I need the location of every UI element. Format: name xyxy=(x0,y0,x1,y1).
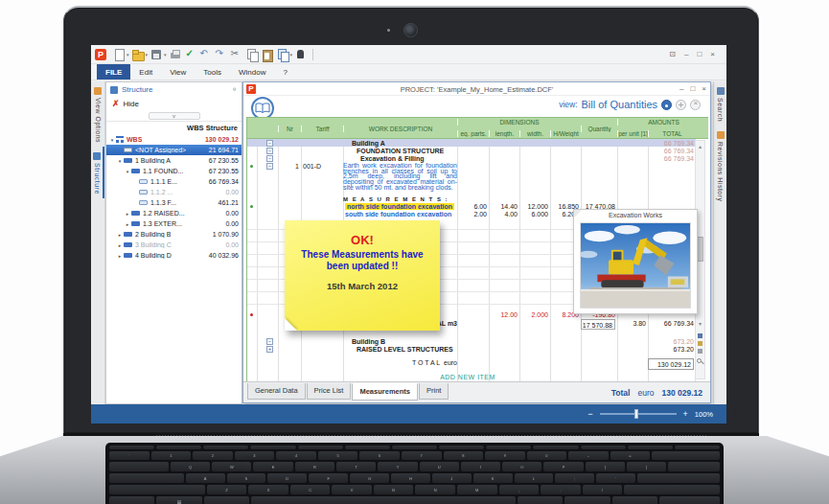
meas-eq-parts[interactable]: 2.00 xyxy=(457,211,487,218)
wbs-tree-item[interactable]: ▸2 Building B1 070.90 xyxy=(106,229,242,240)
table-row[interactable]: − Building A 66 769.34 xyxy=(247,139,696,147)
ribbon-options-icon[interactable]: ⊡ xyxy=(669,50,676,58)
col-work-description[interactable]: WORK DESCRIPTION xyxy=(343,126,457,132)
collapse-chevron-button[interactable]: v xyxy=(149,112,200,120)
col-per-unit[interactable]: per unit [1] xyxy=(617,130,648,137)
collapse-box-icon[interactable]: − xyxy=(266,338,273,345)
tab-measurements[interactable]: Measurements xyxy=(352,383,418,401)
view-eye-icon[interactable] xyxy=(661,100,672,110)
redo-icon[interactable] xyxy=(216,49,227,60)
tab-price-list[interactable]: Price List xyxy=(307,383,352,400)
item-description[interactable]: Earth work excavation for foundation tre… xyxy=(343,163,457,191)
wbs-tree-item[interactable]: ▸4 Building D40 032.96 xyxy=(106,250,242,261)
zoom-slider[interactable] xyxy=(600,413,677,415)
tree-chevron-icon[interactable]: ▸ xyxy=(124,211,131,217)
tree-chevron-icon[interactable]: ▸ xyxy=(116,253,124,259)
col-tariff[interactable]: Tariff xyxy=(301,126,343,132)
save-dropdown-icon[interactable]: ▾ xyxy=(164,52,167,57)
tab-print[interactable]: Print xyxy=(419,383,449,400)
col-eq-parts[interactable]: eq. parts. xyxy=(457,130,489,137)
tree-chevron-icon[interactable]: ▸ xyxy=(116,232,124,238)
collapse-box-icon[interactable]: − xyxy=(266,163,273,170)
zoom-slider-thumb[interactable] xyxy=(634,409,638,419)
menu-tools[interactable]: Tools xyxy=(195,64,230,80)
copy-icon[interactable] xyxy=(246,49,258,60)
tab-general-data[interactable]: General Data xyxy=(247,383,306,400)
wbs-tree-item[interactable]: ▸1.3 EXTER...0.00 xyxy=(106,218,242,229)
table-row[interactable]: − FOUNDATION STRUCTURE 66 769.34 xyxy=(247,147,696,154)
menu-edit[interactable]: Edit xyxy=(130,64,161,80)
wbs-tree-item[interactable]: 1.1.3 F...461.21 xyxy=(106,197,242,208)
col-width[interactable]: width. xyxy=(519,130,550,137)
table-row[interactable]: − Excavation & Filling 66 769.34 xyxy=(247,154,696,162)
expand-box-icon[interactable]: + xyxy=(266,346,273,353)
maximize-icon[interactable]: □ xyxy=(690,84,695,93)
open-folder-dropdown-icon[interactable]: ▾ xyxy=(146,52,149,57)
copy-special-dropdown-icon[interactable]: ▾ xyxy=(290,52,293,57)
deduction-length[interactable]: 12.00 xyxy=(489,311,518,318)
tree-chevron-icon[interactable]: ▸ xyxy=(124,221,131,227)
collapse-box-icon[interactable]: − xyxy=(266,148,273,154)
print-icon[interactable] xyxy=(170,49,181,60)
table-row[interactable]: + RAISED LEVEL STRUCTURES 673.20 xyxy=(247,345,696,353)
pin-icon[interactable]: ⚬ xyxy=(231,85,238,94)
measurement-label[interactable]: south side foundation excavation xyxy=(345,211,451,218)
wbs-tree-item[interactable]: 1.1.2 ...0.00 xyxy=(106,187,242,197)
tab-structure[interactable]: Structure xyxy=(91,147,104,198)
maximize-icon[interactable]: □ xyxy=(697,50,702,58)
tab-view-options[interactable]: View Options xyxy=(91,81,104,147)
menu-view[interactable]: View xyxy=(161,64,195,80)
scroll-down-icon[interactable]: ▾ xyxy=(695,320,705,327)
magnifier-icon[interactable] xyxy=(697,358,702,363)
tab-revisions-history[interactable]: Revisions History xyxy=(714,126,726,206)
menu-window[interactable]: Window xyxy=(230,64,274,80)
side-tool-icon[interactable] xyxy=(698,349,702,354)
table-row[interactable]: − Building B 673.20 xyxy=(247,337,696,345)
wbs-tree-item[interactable]: ▸1.2 RAISED...0.00 xyxy=(106,208,242,218)
meas-length[interactable]: 14.40 xyxy=(489,203,518,210)
table-row-item[interactable]: − 1 001-D Earth work excavation for foun… xyxy=(247,162,696,195)
collapse-box-icon[interactable]: − xyxy=(266,140,273,147)
undo-icon[interactable] xyxy=(200,49,212,60)
tree-chevron-icon[interactable]: ▾ xyxy=(124,169,131,174)
save-icon[interactable] xyxy=(150,49,162,60)
col-length[interactable]: length. xyxy=(489,130,519,137)
wbs-tree-item[interactable]: 1.1.1 E...66 769.34 xyxy=(106,176,242,187)
menu-file[interactable]: FILE xyxy=(97,64,130,80)
measurement-label-highlighted[interactable]: north side foundation excavation xyxy=(345,203,454,210)
side-tool-icon[interactable] xyxy=(698,341,702,346)
copy-special-icon[interactable] xyxy=(277,49,288,60)
open-folder-icon[interactable] xyxy=(132,49,144,60)
col-total[interactable]: TOTAL xyxy=(648,130,696,137)
menu-help[interactable]: ? xyxy=(274,64,295,80)
add-new-item-link[interactable]: ADD NEW ITEM xyxy=(362,374,573,380)
zoom-in-button[interactable]: + xyxy=(683,409,688,419)
col-h-weight[interactable]: H/Weight xyxy=(550,130,581,137)
sticky-note[interactable]: OK! These Measurements have been updated… xyxy=(285,220,440,331)
tree-chevron-icon[interactable]: ▾ xyxy=(108,137,116,143)
new-document-icon[interactable] xyxy=(113,49,125,60)
wbs-tree-item[interactable]: <NOT Assigned>21 694.71 xyxy=(106,145,242,155)
collapse-box-icon[interactable]: − xyxy=(266,155,273,162)
wbs-tree-item[interactable]: ▾1 Building A67 230.55 xyxy=(106,155,242,166)
hide-button[interactable]: ✗ Hide xyxy=(106,97,242,110)
wbs-tree-item[interactable]: ▸3 Building C0.00 xyxy=(106,240,242,250)
view-grid-icon[interactable] xyxy=(676,100,686,110)
view-value[interactable]: Bill of Quantities xyxy=(582,99,657,110)
col-quantity[interactable]: Quantity xyxy=(581,126,617,132)
meas-length[interactable]: 4.00 xyxy=(489,211,518,218)
close-icon[interactable]: × xyxy=(710,50,715,58)
tree-chevron-icon[interactable]: ▾ xyxy=(116,158,124,164)
wbs-tree-item[interactable]: ▾WBS130 029.12 xyxy=(106,134,242,145)
cut-icon[interactable] xyxy=(231,49,242,60)
meas-width[interactable]: 12.000 xyxy=(519,203,548,210)
col-nr[interactable]: Nr xyxy=(278,126,301,132)
meas-width[interactable]: 6.000 xyxy=(519,211,548,218)
tab-search[interactable]: Search xyxy=(714,81,726,126)
minimize-icon[interactable]: – xyxy=(679,84,683,93)
deduction-width[interactable]: 2.000 xyxy=(519,311,548,318)
wbs-tree-item[interactable]: ▾1.1 FOUND...67 230.55 xyxy=(106,166,242,176)
minimize-icon[interactable]: – xyxy=(684,50,688,58)
close-icon[interactable]: × xyxy=(702,84,706,93)
view-close-icon[interactable] xyxy=(690,100,701,110)
